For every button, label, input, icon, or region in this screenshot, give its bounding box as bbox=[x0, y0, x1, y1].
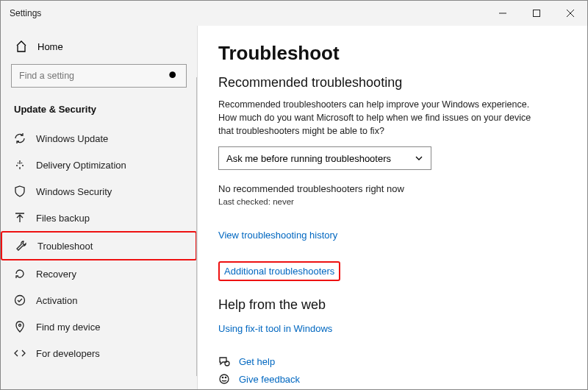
sync-icon bbox=[14, 132, 26, 144]
sidebar-item-delivery-optimization[interactable]: Delivery Optimization bbox=[1, 152, 197, 178]
svg-point-9 bbox=[220, 375, 229, 383]
dropdown-value: Ask me before running troubleshooters bbox=[226, 153, 391, 164]
check-circle-icon bbox=[14, 294, 26, 306]
svg-point-8 bbox=[225, 361, 229, 366]
section-subheading-recommended: Recommended troubleshooting bbox=[218, 75, 567, 91]
sidebar-item-label: For developers bbox=[36, 348, 100, 359]
search-input[interactable] bbox=[19, 71, 154, 81]
give-feedback-link[interactable]: Give feedback bbox=[239, 374, 300, 385]
delivery-icon bbox=[14, 159, 26, 171]
chevron-down-icon bbox=[415, 154, 423, 163]
sidebar: Home Update & Security Windows Update De… bbox=[1, 26, 198, 390]
search-icon bbox=[168, 71, 179, 81]
troubleshoot-preference-dropdown[interactable]: Ask me before running troubleshooters bbox=[218, 146, 431, 170]
sidebar-item-label: Windows Update bbox=[36, 133, 108, 144]
scrollbar-indicator bbox=[196, 77, 197, 376]
footer-links: Get help Give feedback bbox=[218, 355, 300, 385]
recommended-description: Recommended troubleshooters can help imp… bbox=[218, 98, 534, 138]
svg-rect-1 bbox=[534, 10, 540, 17]
window-title: Settings bbox=[10, 8, 41, 18]
get-help-row[interactable]: Get help bbox=[218, 355, 300, 367]
recovery-icon bbox=[14, 268, 26, 280]
sidebar-item-label: Activation bbox=[36, 295, 77, 306]
sidebar-item-windows-security[interactable]: Windows Security bbox=[1, 178, 197, 205]
sidebar-item-for-developers[interactable]: For developers bbox=[1, 340, 197, 366]
help-heading: Help from the web bbox=[218, 297, 567, 313]
svg-line-5 bbox=[175, 77, 178, 80]
get-help-link[interactable]: Get help bbox=[239, 356, 275, 367]
close-button[interactable] bbox=[553, 1, 587, 26]
search-box[interactable] bbox=[11, 64, 187, 88]
svg-point-10 bbox=[222, 377, 223, 377]
last-checked-text: Last checked: never bbox=[218, 197, 567, 206]
sidebar-item-recovery[interactable]: Recovery bbox=[1, 260, 197, 287]
page-title: Troubleshoot bbox=[218, 42, 567, 65]
title-bar: Settings bbox=[1, 1, 587, 26]
sidebar-item-files-backup[interactable]: Files backup bbox=[1, 205, 197, 231]
section-header: Update & Security bbox=[1, 96, 197, 125]
view-history-link[interactable]: View troubleshooting history bbox=[218, 230, 337, 241]
home-label: Home bbox=[37, 41, 63, 52]
sidebar-item-label: Delivery Optimization bbox=[36, 160, 126, 171]
wrench-icon bbox=[15, 240, 27, 252]
window-buttons bbox=[486, 1, 587, 26]
give-feedback-row[interactable]: Give feedback bbox=[218, 373, 300, 385]
home-button[interactable]: Home bbox=[1, 36, 197, 61]
sidebar-item-label: Recovery bbox=[36, 269, 76, 280]
svg-point-7 bbox=[19, 325, 21, 327]
sidebar-item-windows-update[interactable]: Windows Update bbox=[1, 125, 197, 152]
content-pane: Troubleshoot Recommended troubleshooting… bbox=[198, 26, 587, 390]
sidebar-item-label: Troubleshoot bbox=[37, 241, 93, 252]
maximize-button[interactable] bbox=[520, 1, 553, 26]
home-icon bbox=[15, 40, 27, 52]
svg-point-11 bbox=[225, 377, 226, 377]
sidebar-item-find-my-device[interactable]: Find my device bbox=[1, 313, 197, 340]
sidebar-item-troubleshoot[interactable]: Troubleshoot bbox=[1, 231, 197, 260]
feedback-icon bbox=[218, 373, 230, 385]
sidebar-item-label: Files backup bbox=[36, 213, 90, 224]
no-recommended-text: No recommended troubleshooters right now bbox=[218, 183, 567, 194]
sidebar-item-label: Find my device bbox=[36, 322, 100, 333]
sidebar-item-label: Windows Security bbox=[36, 186, 112, 197]
location-icon bbox=[14, 321, 26, 333]
minimize-button[interactable] bbox=[486, 1, 520, 26]
main-area: Home Update & Security Windows Update De… bbox=[1, 26, 587, 390]
backup-icon bbox=[14, 212, 26, 224]
svg-point-4 bbox=[169, 71, 176, 78]
additional-troubleshooters-link[interactable]: Additional troubleshooters bbox=[218, 261, 340, 281]
svg-point-6 bbox=[15, 296, 25, 305]
shield-icon bbox=[14, 185, 26, 197]
developers-icon bbox=[14, 347, 26, 359]
get-help-icon bbox=[218, 355, 230, 367]
sidebar-item-activation[interactable]: Activation bbox=[1, 287, 197, 313]
help-fixit-link[interactable]: Using fix-it tool in Windows bbox=[218, 323, 332, 334]
